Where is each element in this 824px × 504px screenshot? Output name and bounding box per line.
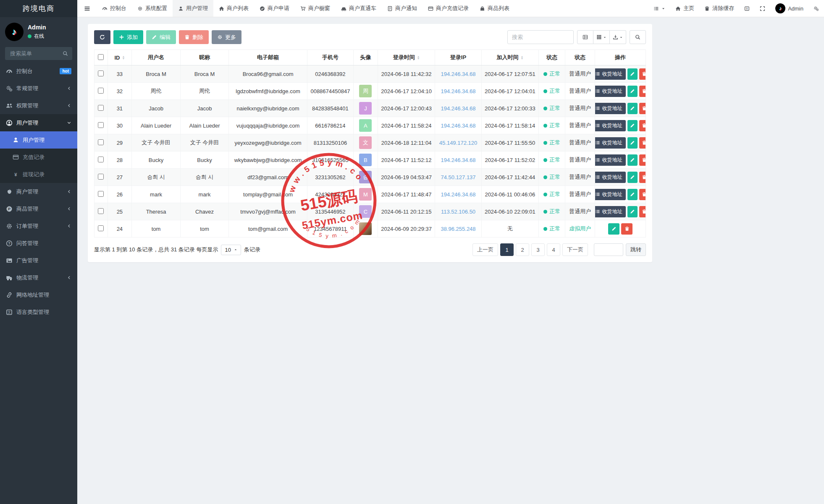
ip-link[interactable]: 194.246.34.68 [441,191,475,198]
row-edit-button[interactable] [627,172,638,183]
row-edit-button[interactable] [627,154,638,166]
row-delete-button[interactable] [621,223,632,235]
row-delete-button[interactable] [639,120,646,131]
page-button-3[interactable]: 3 [531,243,545,256]
row-checkbox[interactable] [98,88,104,94]
table-search-input[interactable] [507,30,574,44]
row-checkbox[interactable] [98,208,104,214]
tab-merchant-recharge-records[interactable]: 商户充值记录 [422,0,474,17]
row-edit-button[interactable] [627,86,638,97]
ip-link[interactable]: 74.50.127.137 [441,174,475,180]
next-page-button[interactable]: 下一页 [562,243,588,256]
search-button[interactable] [630,30,646,44]
sidebar-item-auth-manage[interactable]: 权限管理 [0,97,77,114]
row-edit-button[interactable] [627,68,638,80]
sidebar-item-general-manage[interactable]: 常规管理 [0,80,77,97]
select-all-checkbox[interactable] [98,54,104,60]
ip-link[interactable]: 194.246.34.68 [441,123,475,129]
row-edit-button[interactable] [608,223,619,235]
jump-button[interactable]: 跳转 [626,243,646,256]
row-edit-button[interactable] [627,103,638,114]
address-button[interactable]: 收货地址 [595,154,626,166]
detail-view-button[interactable] [577,30,593,44]
row-delete-button[interactable] [639,137,646,149]
address-button[interactable]: 收货地址 [595,206,626,217]
page-button-1[interactable]: 1 [500,243,514,256]
language-button[interactable]: 文 [739,0,755,17]
sidebar-item-merchant-manage[interactable]: 商户管理 [0,183,77,200]
row-checkbox[interactable] [98,122,104,128]
row-edit-button[interactable] [627,120,638,131]
sidebar-item-logistics-manage[interactable]: 物流管理 [0,269,77,286]
export-button[interactable] [610,30,626,44]
row-delete-button[interactable] [639,206,646,217]
sidebar-item-language-type-manage[interactable]: 文语言类型管理 [0,303,77,321]
row-checkbox[interactable] [98,71,104,76]
tab-system-config[interactable]: 系统配置 [132,0,173,17]
columns-button[interactable] [593,30,610,44]
admin-menu[interactable]: ♪ Admin [770,0,808,17]
sidebar-item-network-address-manage[interactable]: 网络地址管理 [0,286,77,303]
sidebar-item-user-list[interactable]: 用户管理 [0,131,77,149]
ip-link[interactable]: 194.246.34.68 [441,71,475,77]
tabs-dropdown-button[interactable] [648,0,670,17]
add-button[interactable]: 添加 [113,30,143,44]
address-button[interactable]: 收货地址 [595,120,626,131]
row-edit-button[interactable] [627,137,638,149]
sort-icon[interactable]: ▲▼ [417,55,420,60]
address-button[interactable]: 收货地址 [595,172,626,183]
clear-cache-button[interactable]: 清除缓存 [699,0,739,17]
edit-button[interactable]: 编辑 [146,30,176,44]
row-checkbox[interactable] [98,157,104,162]
row-checkbox[interactable] [98,139,104,145]
ip-link[interactable]: 45.149.172.120 [439,140,477,146]
page-size-select[interactable]: 10 [221,245,241,255]
sidebar-item-user-manage[interactable]: 用户管理 [0,114,77,131]
sidebar-item-recharge-records[interactable]: 充值记录 [0,149,77,166]
sidebar-item-ad-manage[interactable]: 广告管理 [0,252,77,269]
sort-icon[interactable]: ▲▼ [122,55,125,60]
sidebar-item-withdraw-records[interactable]: ¥提现记录 [0,166,77,183]
sort-icon[interactable]: ▲▼ [520,55,523,60]
prev-page-button[interactable]: 上一页 [472,243,498,256]
jump-page-input[interactable] [594,243,623,256]
ip-link[interactable]: 38.96.255.248 [441,226,475,232]
row-delete-button[interactable] [639,154,646,166]
address-button[interactable]: 收货地址 [595,137,626,149]
row-checkbox[interactable] [98,105,104,111]
page-button-4[interactable]: 4 [547,243,560,256]
row-delete-button[interactable] [639,68,646,80]
tab-merchant-notice[interactable]: 商户通知 [382,0,422,17]
ip-link[interactable]: 194.246.34.68 [441,157,475,163]
page-button-2[interactable]: 2 [516,243,529,256]
tab-merchant-showcase[interactable]: 商户橱窗 [295,0,336,17]
address-button[interactable]: 收货地址 [595,189,626,200]
delete-button[interactable]: 删除 [179,30,209,44]
sidebar-search-input[interactable] [9,50,63,57]
tab-merchant-apply[interactable]: 商户申请 [254,0,295,17]
sidebar-item-order-manage[interactable]: 订单管理 [0,217,77,235]
ip-link[interactable]: 194.246.34.68 [441,105,475,112]
sidebar-item-goods-manage[interactable]: P商品管理 [0,200,77,217]
fullscreen-button[interactable] [755,0,770,17]
tab-merchant-list[interactable]: 商户列表 [213,0,254,17]
row-delete-button[interactable] [639,86,646,97]
row-edit-button[interactable] [627,206,638,217]
row-delete-button[interactable] [639,103,646,114]
row-edit-button[interactable] [627,189,638,200]
sidebar-item-qa-manage[interactable]: ?问答管理 [0,235,77,252]
tab-merchant-express[interactable]: 商户直通车 [336,0,382,17]
tab-dashboard[interactable]: 控制台 [97,0,132,17]
refresh-button[interactable] [94,30,110,44]
sidebar-item-dashboard[interactable]: 控制台hot [0,63,77,80]
tab-user-manage[interactable]: 用户管理 [173,0,213,17]
row-checkbox[interactable] [98,191,104,197]
row-checkbox[interactable] [98,174,104,180]
settings-button[interactable] [808,0,824,17]
tab-goods-list[interactable]: 商品列表 [474,0,515,17]
ip-link[interactable]: 113.52.106.50 [441,209,475,215]
address-button[interactable]: 收货地址 [595,86,626,97]
row-checkbox[interactable] [98,225,104,231]
sidebar-toggle-button[interactable] [77,0,97,17]
address-button[interactable]: 收货地址 [595,103,626,114]
